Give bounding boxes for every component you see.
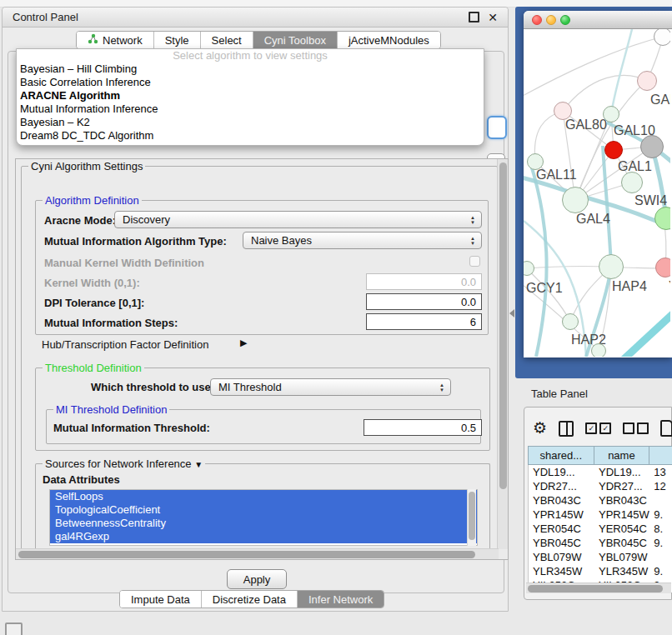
table-row[interactable]: YDR27...YDR27...12 — [529, 479, 672, 493]
node-gal11-label: GAL11 — [536, 168, 577, 182]
tab-select[interactable]: Select — [201, 32, 253, 48]
dpi-tolerance-input[interactable]: 0.0 — [366, 293, 482, 310]
algorithm-option-basic-correlation-inference[interactable]: Basic Correlation Inference — [17, 76, 484, 89]
mi-threshold-input[interactable]: 0.5 — [364, 419, 482, 436]
sources-legend: Sources for Network Inference ▼ — [43, 458, 205, 470]
unchecked-pair-icon[interactable] — [623, 422, 649, 434]
manual-kernel-label: Manual Kernel Width Definition — [44, 257, 204, 269]
algorithm-option-bayesian-hill-climbing[interactable]: Bayesian – Hill Climbing — [17, 62, 484, 76]
mi-type-combobox[interactable]: Naive Bayes ▲▼ — [243, 232, 482, 249]
threshold-definition-legend: Threshold Definition — [43, 362, 144, 374]
hub-expander-icon[interactable]: ▶ — [240, 338, 247, 348]
mi-steps-input[interactable]: 6 — [366, 313, 482, 330]
tab-infer-network[interactable]: Infer Network — [298, 591, 384, 608]
tab-jactivemnodules[interactable]: jActiveMNodules — [338, 32, 440, 48]
node-selected-red[interactable] — [604, 141, 623, 159]
aracne-mode-combobox[interactable]: Discovery ▲▼ — [114, 211, 482, 228]
mi-type-label: Mutual Information Algorithm Type: — [44, 235, 227, 248]
table-row[interactable]: YBR043CYBR043C — [529, 493, 672, 508]
attribute-item-betweennesscentrality[interactable]: BetweennessCentrality — [50, 517, 477, 530]
algorithm-option-aracne-algorithm[interactable]: ARACNE Algorithm — [17, 89, 484, 102]
tab-network[interactable]: Network — [77, 32, 154, 48]
column-header-2[interactable] — [649, 446, 672, 465]
node-gray[interactable] — [640, 135, 664, 158]
float-panel-icon[interactable] — [469, 12, 479, 22]
settings-horizontal-scrollbar[interactable] — [16, 548, 499, 559]
kernel-width-value: 0.0 — [461, 276, 476, 288]
apply-button[interactable]: Apply — [227, 569, 287, 589]
minimized-panel-icon[interactable] — [5, 622, 23, 635]
table-horizontal-scrollbar[interactable] — [526, 582, 671, 593]
node-unlabeled-top[interactable] — [654, 29, 670, 46]
checked-pair-icon[interactable]: ✓✓ — [585, 422, 611, 434]
node-unlabeled-bottom[interactable] — [591, 343, 606, 357]
tab-cyni-toolbox[interactable]: Cyni Toolbox — [253, 32, 338, 48]
spinner-arrows-icon: ▲▼ — [470, 236, 475, 246]
node-hap2[interactable] — [562, 313, 579, 330]
attribute-item-selfloops[interactable]: SelfLoops — [50, 490, 477, 503]
tab-discretize-data[interactable]: Discretize Data — [202, 591, 298, 608]
table-cell: 9. — [649, 508, 672, 521]
attribute-item-gal4rgexp[interactable]: gal4RGexp — [50, 530, 477, 543]
tab-label: Network — [103, 34, 143, 47]
tab-impute-data[interactable]: Impute Data — [120, 591, 202, 608]
node-gal10[interactable] — [603, 106, 619, 122]
column-header-1[interactable]: name — [594, 446, 650, 465]
mi-threshold-definition-legend: MI Threshold Definition — [53, 403, 169, 416]
control-panel-window: Control Panel ✕ NetworkStyleSelectCyni T… — [2, 7, 509, 612]
column-header-0[interactable]: shared... — [528, 446, 594, 465]
tab-style[interactable]: Style — [154, 32, 201, 48]
manual-kernel-checkbox[interactable] — [469, 256, 480, 267]
settings-vertical-scrollbar[interactable] — [497, 159, 508, 549]
gear-icon[interactable]: ⚙ — [533, 420, 547, 437]
window-close-icon[interactable] — [532, 15, 542, 25]
table-body: YDL19...YDL19...13YDR27...YDR27...12YBR0… — [528, 465, 672, 592]
dpi-tolerance-label: DPI Tolerance [0,1]: — [44, 297, 144, 309]
kernel-width-input[interactable]: 0.0 — [366, 273, 482, 290]
sources-collapse-icon[interactable]: ▼ — [194, 460, 203, 469]
window-minimize-icon[interactable] — [546, 15, 556, 25]
node-gal4[interactable] — [562, 187, 589, 213]
tab-label: Infer Network — [308, 593, 373, 606]
columns-icon[interactable] — [559, 421, 574, 437]
tab-label: Style — [165, 34, 189, 47]
network-canvas[interactable]: GALGAL80GAL10GAL1GAL11GAL4SWI4GCY1HAP4YH… — [524, 29, 670, 357]
node-gal1[interactable] — [621, 172, 643, 193]
table-row[interactable]: YBL079WYBL079W — [529, 550, 672, 564]
mi-threshold-value: 0.5 — [461, 422, 476, 434]
node-hap4-label: HAP4 — [612, 279, 647, 294]
algorithm-option-dream8-dc-tdc-algorithm[interactable]: Dream8 DC_TDC Algorithm — [17, 129, 484, 142]
data-attributes-list[interactable]: SelfLoopsTopologicalCoefficientBetweenne… — [49, 489, 478, 546]
table-cell: YBL079W — [594, 551, 649, 563]
algorithm-option-mutual-information-inference[interactable]: Mutual Information Inference — [17, 102, 484, 116]
table-toolbar: ⚙ ✓✓ — [533, 418, 672, 439]
data-attributes-label: Data Attributes — [43, 473, 120, 486]
node-hap4[interactable] — [599, 254, 624, 279]
node-gal1-label: GAL1 — [618, 159, 652, 174]
file-icon[interactable] — [660, 420, 672, 437]
algorithm-option-bayesian-k2[interactable]: Bayesian – K2 — [17, 116, 484, 129]
attributes-list-scrollbar[interactable] — [467, 489, 476, 546]
network-window-titlebar[interactable] — [524, 11, 672, 29]
table-cell: YDL19... — [529, 466, 594, 478]
table-row[interactable]: YDL19...YDL19...13 — [529, 465, 672, 479]
window-zoom-icon[interactable] — [560, 15, 570, 25]
close-panel-icon[interactable]: ✕ — [488, 12, 498, 23]
which-threshold-combobox[interactable]: MI Threshold ▲▼ — [210, 378, 451, 396]
node-gal[interactable] — [637, 71, 657, 91]
node-pink-y[interactable] — [655, 258, 670, 278]
mi-threshold-definition-group: MI Threshold Definition Mutual Informati… — [46, 409, 481, 444]
table-row[interactable]: YER054CYER054C8. — [529, 522, 672, 536]
table-row[interactable]: YLR345WYLR345W9. — [529, 564, 672, 578]
panel-divider-handle[interactable] — [509, 309, 514, 318]
table-cell: YER054C — [594, 522, 649, 535]
algorithm-combobox-partial[interactable] — [487, 116, 507, 139]
tab-label: Cyni Toolbox — [264, 34, 326, 47]
mi-type-value: Naive Bayes — [251, 234, 312, 247]
table-cell: YDR27... — [594, 480, 649, 492]
algorithm-list: Bayesian – Hill ClimbingBasic Correlatio… — [17, 62, 484, 142]
attribute-item-topologicalcoefficient[interactable]: TopologicalCoefficient — [50, 503, 477, 517]
table-row[interactable]: YPR145WYPR145W9. — [529, 508, 672, 522]
table-row[interactable]: YBR045CYBR045C9. — [529, 536, 672, 550]
cyni-algorithm-settings-group: Cyni Algorithm Settings Algorithm Defini… — [21, 166, 498, 558]
